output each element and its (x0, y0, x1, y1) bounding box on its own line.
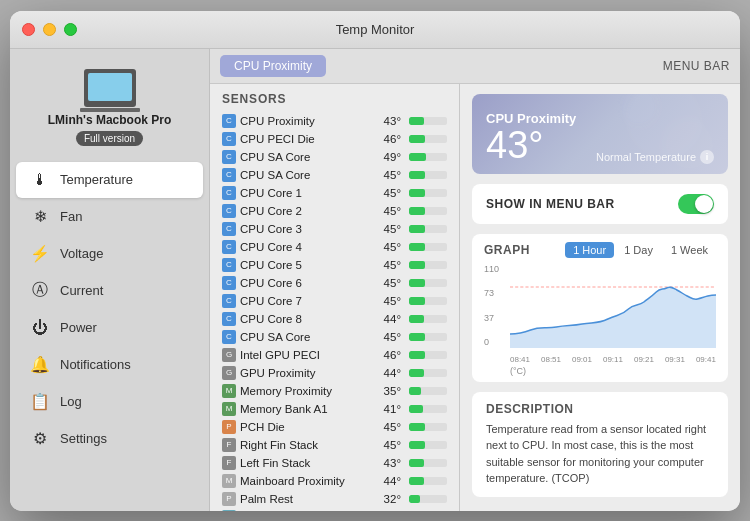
graph-tab-0[interactable]: 1 Hour (565, 242, 614, 258)
content-area: CPU Proximity MENU BAR SENSORS C CPU Pro… (210, 49, 740, 511)
version-badge: Full version (76, 131, 143, 146)
sensor-temp: 32° (373, 493, 401, 505)
sensor-row[interactable]: C CPU Core 5 45° (218, 256, 451, 274)
minimize-button[interactable] (43, 23, 56, 36)
sensor-icon: C (222, 276, 236, 290)
graph-tab-1[interactable]: 1 Day (616, 242, 661, 258)
sensor-bar-container (409, 405, 447, 413)
graph-y-labels: 11073370 (484, 264, 499, 348)
sensor-bar-container (409, 243, 447, 251)
sidebar-item-temperature[interactable]: 🌡 Temperature (16, 162, 203, 198)
sensor-bar-fill (409, 351, 425, 359)
sensor-bar-fill (409, 423, 425, 431)
sensor-name: GPU Proximity (240, 367, 369, 379)
sensor-row[interactable]: C CPU SA Core 49° (218, 148, 451, 166)
sensor-temp: 35° (373, 385, 401, 397)
sensor-row[interactable]: M Memory Bank A1 41° (218, 400, 451, 418)
fan-icon: ❄ (30, 207, 50, 227)
temperature-icon: 🌡 (30, 170, 50, 190)
sensor-row[interactable]: F Left Fin Stack 43° (218, 454, 451, 472)
sidebar-profile: LMinh's Macbook Pro Full version (10, 59, 209, 161)
sensor-row[interactable]: C CPU Core 6 45° (218, 274, 451, 292)
sensor-name: CPU Core 7 (240, 295, 369, 307)
sensor-row[interactable]: C CPU SA Core 45° (218, 328, 451, 346)
sidebar-item-notifications[interactable]: 🔔 Notifications (16, 347, 203, 383)
sensor-row[interactable]: A Airport Proximity 40° (218, 508, 451, 511)
sensor-row[interactable]: P Palm Rest 32° (218, 490, 451, 508)
detail-status: Normal Temperature i (596, 150, 714, 164)
sidebar-item-voltage[interactable]: ⚡ Voltage (16, 236, 203, 272)
sidebar-item-settings[interactable]: ⚙ Settings (16, 421, 203, 457)
sensor-icon: F (222, 438, 236, 452)
sensor-bar-fill (409, 189, 425, 197)
current-icon: Ⓐ (30, 281, 50, 301)
sensor-row[interactable]: C CPU Core 3 45° (218, 220, 451, 238)
detail-header-card: CPU Proximity 43° Normal Temperature i (472, 94, 728, 174)
graph-x-label: 08:51 (541, 355, 561, 364)
sensor-bar-fill (409, 171, 425, 179)
graph-svg (510, 264, 716, 348)
graph-label: GRAPH (484, 243, 530, 257)
sensor-row[interactable]: C CPU Proximity 43° (218, 112, 451, 130)
graph-y-label: 0 (484, 337, 499, 347)
graph-x-label: 09:21 (634, 355, 654, 364)
sidebar-item-log[interactable]: 📋 Log (16, 384, 203, 420)
sensor-row[interactable]: C CPU Core 7 45° (218, 292, 451, 310)
sensor-row[interactable]: F Right Fin Stack 45° (218, 436, 451, 454)
sensor-bar-container (409, 459, 447, 467)
graph-tab-2[interactable]: 1 Week (663, 242, 716, 258)
sensor-temp: 45° (373, 169, 401, 181)
sensor-name: CPU PECI Die (240, 133, 369, 145)
sensor-temp: 44° (373, 313, 401, 325)
sensor-icon: C (222, 132, 236, 146)
sensors-header: SENSORS (218, 92, 451, 106)
sensor-row[interactable]: G Intel GPU PECI 46° (218, 346, 451, 364)
sensor-row[interactable]: C CPU Core 2 45° (218, 202, 451, 220)
sensor-bar-container (409, 423, 447, 431)
sidebar-item-current[interactable]: Ⓐ Current (16, 273, 203, 309)
sensor-row[interactable]: C CPU PECI Die 46° (218, 130, 451, 148)
graph-section: GRAPH 1 Hour1 Day1 Week 11073370 (472, 234, 728, 382)
sensor-bar-container (409, 477, 447, 485)
maximize-button[interactable] (64, 23, 77, 36)
log-icon: 📋 (30, 392, 50, 412)
sensor-row[interactable]: C CPU Core 4 45° (218, 238, 451, 256)
sensor-row[interactable]: C CPU Core 8 44° (218, 310, 451, 328)
sensor-temp: 45° (373, 421, 401, 433)
sensor-temp: 45° (373, 277, 401, 289)
sensor-bar-fill (409, 279, 425, 287)
graph-header: GRAPH 1 Hour1 Day1 Week (484, 242, 716, 258)
sidebar-item-power[interactable]: ⏻ Power (16, 310, 203, 346)
sensor-row[interactable]: M Mainboard Proximity 44° (218, 472, 451, 490)
sensor-row[interactable]: M Memory Proximity 35° (218, 382, 451, 400)
sensor-temp: 46° (373, 349, 401, 361)
sensor-bar-container (409, 171, 447, 179)
sensor-row[interactable]: G GPU Proximity 44° (218, 364, 451, 382)
notifications-icon: 🔔 (30, 355, 50, 375)
description-section: DESCRIPTION Temperature read from a sens… (472, 392, 728, 497)
sensors-panel[interactable]: SENSORS C CPU Proximity 43° C CPU PECI D… (210, 84, 460, 511)
sensor-row[interactable]: P PCH Die 45° (218, 418, 451, 436)
sensor-name: CPU Core 1 (240, 187, 369, 199)
sensor-icon: C (222, 330, 236, 344)
sensor-bar-fill (409, 459, 424, 467)
status-text: Normal Temperature (596, 151, 696, 163)
sensor-icon: C (222, 150, 236, 164)
sensor-icon: C (222, 294, 236, 308)
sensor-bar-container (409, 333, 447, 341)
close-button[interactable] (22, 23, 35, 36)
tab-bar: CPU Proximity MENU BAR (210, 49, 740, 84)
menu-bar-toggle[interactable] (678, 194, 714, 214)
active-tab[interactable]: CPU Proximity (220, 55, 326, 77)
sensor-bar-fill (409, 477, 424, 485)
sensor-row[interactable]: C CPU SA Core 45° (218, 166, 451, 184)
sensor-name: Memory Proximity (240, 385, 369, 397)
sensors-list: C CPU Proximity 43° C CPU PECI Die 46° C… (218, 112, 451, 511)
sensor-name: Mainboard Proximity (240, 475, 369, 487)
sidebar-item-fan[interactable]: ❄ Fan (16, 199, 203, 235)
sensor-row[interactable]: C CPU Core 1 45° (218, 184, 451, 202)
sensor-icon: A (222, 510, 236, 511)
mac-screen (88, 73, 132, 101)
sensor-icon: M (222, 402, 236, 416)
sensor-bar-fill (409, 405, 423, 413)
